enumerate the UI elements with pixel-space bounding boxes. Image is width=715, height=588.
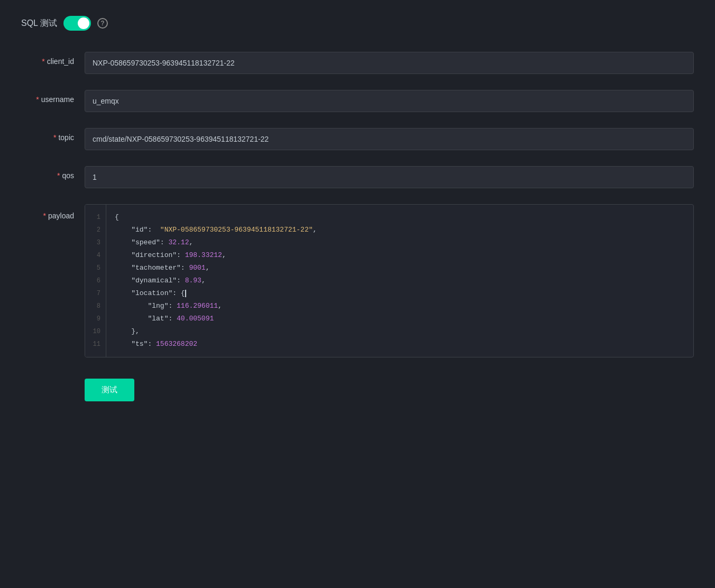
line-num-8: 8 xyxy=(85,300,106,313)
qos-required: * xyxy=(57,171,60,180)
line-num-10: 10 xyxy=(85,325,106,338)
line-num-11: 11 xyxy=(85,338,106,351)
topic-input[interactable] xyxy=(85,128,694,150)
client-id-label-text: client_id xyxy=(47,57,74,66)
line-num-6: 6 xyxy=(85,274,106,287)
username-input[interactable] xyxy=(85,90,694,112)
username-required: * xyxy=(36,95,39,104)
header-row: SQL 测试 ? xyxy=(21,16,694,31)
client-id-label: * client_id xyxy=(21,52,74,66)
toggle-track[interactable] xyxy=(63,16,91,31)
username-label: * username xyxy=(21,90,74,104)
help-icon[interactable]: ? xyxy=(97,18,108,29)
code-line-1: { xyxy=(115,211,685,224)
code-line-3: "speed": 32.12, xyxy=(115,236,685,249)
topic-label: * topic xyxy=(21,128,74,142)
test-button[interactable]: 测试 xyxy=(85,379,134,401)
line-num-7: 7 xyxy=(85,287,106,300)
sql-test-toggle[interactable] xyxy=(63,16,91,31)
line-numbers: 1 2 3 4 5 6 7 8 9 10 11 xyxy=(85,205,106,357)
username-row: * username xyxy=(21,90,694,112)
line-num-2: 2 xyxy=(85,224,106,236)
client-id-row: * client_id xyxy=(21,52,694,74)
code-line-5: "tachometer": 9001, xyxy=(115,262,685,274)
topic-row: * topic xyxy=(21,128,694,150)
payload-label: * payload xyxy=(21,204,74,220)
code-line-10: }, xyxy=(115,325,685,338)
line-num-9: 9 xyxy=(85,313,106,325)
line-num-1: 1 xyxy=(85,211,106,224)
payload-content: 1 2 3 4 5 6 7 8 9 10 11 { "id": "NXP-058… xyxy=(85,205,693,357)
line-num-3: 3 xyxy=(85,236,106,249)
code-area[interactable]: { "id": "NXP-058659730253-96394511813272… xyxy=(106,205,693,357)
line-num-4: 4 xyxy=(85,249,106,262)
username-label-text: username xyxy=(41,95,74,104)
topic-label-text: topic xyxy=(58,133,74,142)
line-num-5: 5 xyxy=(85,262,106,274)
qos-label-text: qos xyxy=(62,171,74,180)
payload-label-text: payload xyxy=(48,212,74,220)
qos-input[interactable] xyxy=(85,166,694,188)
code-line-7: "location": { xyxy=(115,287,685,300)
client-id-required: * xyxy=(42,57,44,66)
toggle-knob xyxy=(78,17,89,29)
client-id-input[interactable] xyxy=(85,52,694,74)
payload-row: * payload 1 2 3 4 5 6 7 8 9 10 11 { "id"… xyxy=(21,204,694,357)
topic-required: * xyxy=(53,133,56,142)
code-line-9: "lat": 40.005091 xyxy=(115,313,685,325)
button-row: 测试 xyxy=(21,373,694,401)
payload-editor[interactable]: 1 2 3 4 5 6 7 8 9 10 11 { "id": "NXP-058… xyxy=(85,204,694,357)
payload-required: * xyxy=(43,212,46,220)
code-line-8: "lng": 116.296011, xyxy=(115,300,685,313)
code-line-2: "id": "NXP-058659730253-963945118132721-… xyxy=(115,224,685,236)
sql-test-label: SQL 测试 xyxy=(21,18,57,29)
qos-label: * qos xyxy=(21,166,74,180)
code-line-6: "dynamical": 8.93, xyxy=(115,274,685,287)
code-line-4: "direction": 198.33212, xyxy=(115,249,685,262)
code-line-11: "ts": 1563268202 xyxy=(115,338,685,351)
qos-row: * qos xyxy=(21,166,694,188)
